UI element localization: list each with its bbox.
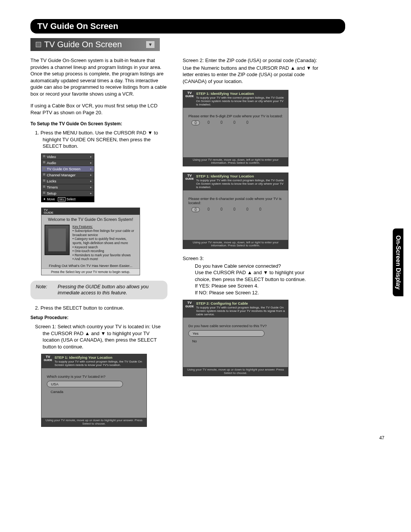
section-title-bar: TV Guide On Screen xyxy=(30,19,345,34)
welcome-tagline: Finding Out What's On TV Has Never Been … xyxy=(41,263,140,268)
tv-illustration-icon xyxy=(45,225,70,255)
menu-screenshot: Video▸ Audio▸ TV Guide On Screen▸ Channe… xyxy=(41,153,94,202)
option-canada: Canada xyxy=(47,389,141,395)
welcome-title: Welcome to the TV Guide On Screen System… xyxy=(41,215,140,223)
dropdown-arrow-icon: ▼ xyxy=(146,41,155,48)
wizard-postal-screenshot: TVGUIDE STEP 1: Identifying Your Locatio… xyxy=(183,173,288,249)
screen-3-body: Do you have Cable service connected? Use… xyxy=(183,263,320,296)
option-usa: USA xyxy=(47,381,123,387)
wizard-zip-screenshot: TVGUIDE STEP 1: Identifying Your Locatio… xyxy=(183,90,288,166)
menu-item: Locks▸ xyxy=(41,178,94,184)
tvguide-logo-icon: TVGUIDE xyxy=(44,355,52,361)
intro-paragraph: The TV Guide On-Screen system is a built… xyxy=(30,57,167,97)
postal-input-row: 000000 xyxy=(188,207,283,212)
menu-item-selected: TV Guide On Screen▸ xyxy=(41,166,94,172)
zip-input-row: 00000 xyxy=(188,120,283,125)
left-column: The TV Guide On-Screen system is a built… xyxy=(30,57,167,433)
menu-item: Channel Manager▸ xyxy=(41,172,94,178)
menu-item: Timers▸ xyxy=(41,184,94,190)
feature-title-bar: TV Guide On Screen ▼ xyxy=(30,38,160,51)
chapter-side-tab: On-Screen Display xyxy=(393,228,403,296)
option-yes: Yes xyxy=(188,330,264,337)
setup-step-2: 2. Press the SELECT button to continue. xyxy=(30,305,167,312)
intro-paragraph-2: If using a Cable Box or VCR, you must fi… xyxy=(30,102,167,116)
menu-item: Audio▸ xyxy=(41,160,94,166)
screen-1-text: Screen 1: Select which country your TV i… xyxy=(30,323,167,350)
title-text: TV Guide On Screen xyxy=(44,40,122,50)
menu-footer: ✦ Move SEL Select xyxy=(41,197,94,202)
procedure-heading: Setup Procedure: xyxy=(30,315,167,320)
screen-2-intro: Screen 2: Enter the ZIP code (USA) or po… xyxy=(183,57,320,64)
tvguide-logo-icon: TVGUIDE xyxy=(44,209,53,214)
tvguide-logo-icon: TVGUIDE xyxy=(185,91,194,97)
tvguide-logo-icon: TVGUIDE xyxy=(185,174,194,180)
wizard-cable-screenshot: TVGUIDE STEP 2: Configuring for Cable To… xyxy=(183,300,288,376)
right-column: Screen 2: Enter the ZIP code (USA) or po… xyxy=(183,57,320,433)
welcome-instruction: Press the Select key on your TV remote t… xyxy=(41,268,140,275)
menu-item: Setup▸ xyxy=(41,190,94,197)
title-icon xyxy=(36,42,41,47)
tvguide-logo-icon: TVGUIDE xyxy=(185,301,194,307)
setup-heading: To Setup the TV Guide On Screen System: xyxy=(30,121,167,126)
page-number: 47 xyxy=(379,435,384,441)
setup-step-1: 1. Press the MENU button. Use the CURSOR… xyxy=(30,129,167,150)
menu-item: Video▸ xyxy=(41,154,94,160)
wizard-country-screenshot: TVGUIDE STEP 1: Identifying Your Locatio… xyxy=(41,354,147,427)
option-no: No xyxy=(188,338,283,344)
note-callout: Note: Pressing the GUIDE button also all… xyxy=(30,281,167,299)
welcome-screenshot: TVGUIDE Welcome to the TV Guide On Scree… xyxy=(41,208,140,275)
feature-list: Key Features: • Subscription-free listin… xyxy=(73,225,137,261)
screen-2-body: Use the Numeric buttons and the CURSOR P… xyxy=(183,65,320,85)
screen-3-head: Screen 3: xyxy=(183,255,320,262)
